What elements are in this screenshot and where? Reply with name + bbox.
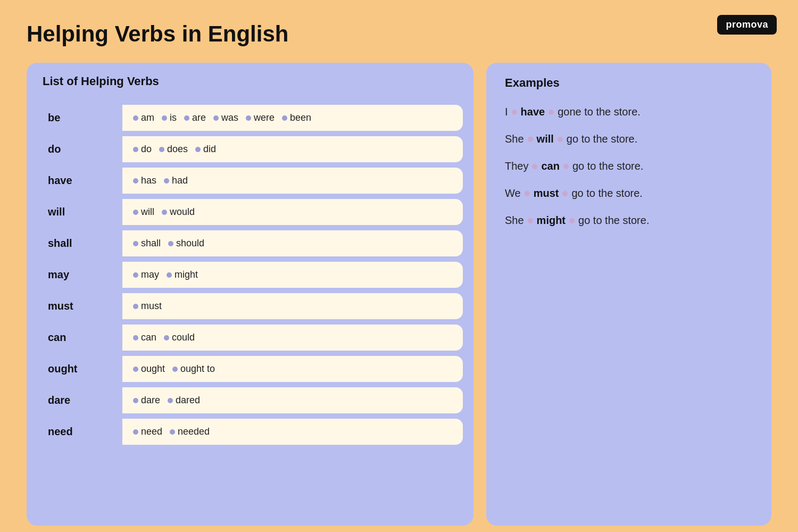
verb-label: need <box>37 418 122 445</box>
page-title: Helping Verbs in English <box>0 0 798 63</box>
dot-icon <box>133 115 138 121</box>
verb-form-item: is <box>162 112 177 123</box>
verb-form-item: had <box>164 175 188 186</box>
dot-icon <box>159 147 164 152</box>
dot-pink-icon <box>563 164 569 169</box>
example-row: We must go to the store. <box>505 187 753 200</box>
example-verb: can <box>541 160 559 172</box>
dot-icon <box>162 210 167 215</box>
verb-form-text: do <box>141 144 152 155</box>
examples-list: I have gone to the store.She will go to … <box>505 106 753 227</box>
verb-form-text: does <box>167 144 188 155</box>
verb-forms: cancould <box>122 325 463 351</box>
verb-form-text: ought <box>141 363 165 375</box>
verb-form-item: needed <box>170 426 210 437</box>
verb-form-item: was <box>213 112 238 123</box>
table-row: cancancould <box>37 324 463 351</box>
verb-form-text: could <box>172 332 195 343</box>
dot-icon <box>133 178 138 184</box>
example-pre: They <box>505 160 528 172</box>
example-post: gone to the store. <box>558 106 641 118</box>
dot-pink-icon <box>528 137 533 142</box>
verb-form-text: would <box>170 206 195 218</box>
dot-icon <box>282 115 287 121</box>
verb-form-text: had <box>172 175 188 186</box>
verb-label: dare <box>37 387 122 414</box>
verb-form-text: will <box>141 206 154 218</box>
dot-pink-icon <box>512 110 517 115</box>
verb-label: must <box>37 293 122 320</box>
dot-icon <box>133 335 138 340</box>
verb-form-text: am <box>141 112 154 123</box>
verb-forms: needneeded <box>122 419 463 445</box>
verb-form-item: might <box>167 269 198 280</box>
example-post: go to the store. <box>567 133 637 145</box>
verb-form-item: need <box>133 426 162 437</box>
dot-pink-icon <box>528 218 533 223</box>
verb-forms: maymight <box>122 262 463 288</box>
verb-form-item: ought to <box>172 363 215 375</box>
verb-label: can <box>37 324 122 351</box>
verb-forms: dodoesdid <box>122 136 463 162</box>
table-row: beamisarewaswerebeen <box>37 104 463 131</box>
example-row: They can go to the store. <box>505 160 753 172</box>
table-row: mustmust <box>37 293 463 320</box>
example-verb: have <box>521 106 545 118</box>
verb-form-item: dared <box>168 395 200 406</box>
verb-form-text: been <box>290 112 311 123</box>
example-post: go to the store. <box>571 187 642 200</box>
verb-form-item: could <box>164 332 195 343</box>
example-verb: must <box>534 187 559 200</box>
verb-form-text: has <box>141 175 156 186</box>
verb-form-item: am <box>133 112 154 123</box>
verb-label: will <box>37 198 122 226</box>
table-row: willwillwould <box>37 198 463 226</box>
verb-form-item: are <box>184 112 206 123</box>
dot-icon <box>133 429 138 435</box>
verb-forms: amisarewaswerebeen <box>122 105 463 131</box>
verb-form-text: ought to <box>180 363 215 375</box>
verb-form-text: needed <box>178 426 210 437</box>
dot-icon <box>133 210 138 215</box>
table-row: havehashad <box>37 167 463 194</box>
verb-form-item: can <box>133 332 156 343</box>
verb-form-text: dared <box>176 395 200 406</box>
verb-form-text: is <box>170 112 177 123</box>
table-row: needneedneeded <box>37 418 463 445</box>
verb-forms: daredared <box>122 387 463 413</box>
example-verb: might <box>537 214 566 227</box>
dot-icon <box>164 178 169 184</box>
dot-icon <box>133 304 138 309</box>
table-row: oughtoughtought to <box>37 355 463 383</box>
verb-form-text: need <box>141 426 162 437</box>
verb-form-item: should <box>168 238 204 249</box>
verb-form-text: did <box>203 144 216 155</box>
verb-form-text: was <box>221 112 238 123</box>
verb-form-text: dare <box>141 395 160 406</box>
dot-icon <box>172 367 178 372</box>
verb-form-item: does <box>159 144 188 155</box>
dot-icon <box>162 115 167 121</box>
verb-forms: shallshould <box>122 230 463 256</box>
example-post: go to the store. <box>572 160 643 172</box>
verb-form-item: dare <box>133 395 160 406</box>
dot-pink-icon <box>562 191 568 196</box>
dot-icon <box>168 398 173 403</box>
verb-form-item: would <box>162 206 195 218</box>
left-panel: List of Helping Verbs beamisarewaswerebe… <box>27 63 473 526</box>
verb-label: may <box>37 261 122 288</box>
table-header: List of Helping Verbs <box>27 63 473 100</box>
verb-form-text: were <box>254 112 275 123</box>
example-pre: We <box>505 187 521 200</box>
verb-form-text: should <box>176 238 204 249</box>
dot-icon <box>195 147 201 152</box>
verb-table: beamisarewaswerebeendododoesdidhavehasha… <box>27 100 473 451</box>
dot-icon <box>164 335 169 340</box>
verb-label: shall <box>37 230 122 257</box>
example-post: go to the store. <box>578 214 649 227</box>
verb-form-item: must <box>133 301 162 312</box>
dot-icon <box>170 429 175 435</box>
verb-label: do <box>37 136 122 163</box>
table-row: dododoesdid <box>37 136 463 163</box>
example-verb: will <box>537 133 554 145</box>
